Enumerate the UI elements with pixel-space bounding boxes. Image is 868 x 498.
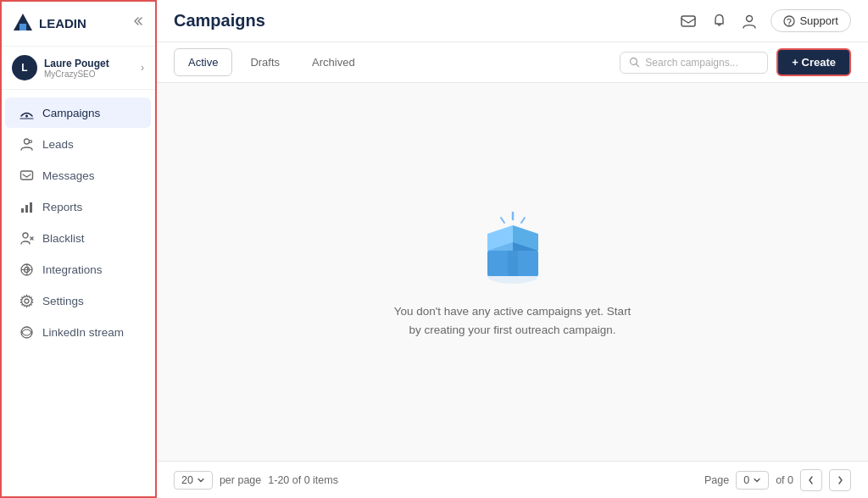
footer: 20 per page 1-20 of 0 items Page 0 of 0	[157, 461, 868, 498]
svg-rect-26	[508, 251, 518, 276]
sidebar: LEADIN L Laure Pouget MyCrazySEO ›	[0, 0, 157, 498]
sidebar-item-label: Messages	[42, 169, 95, 182]
support-button[interactable]: Support	[771, 9, 851, 32]
logo-text: LEADIN	[39, 16, 86, 30]
sidebar-item-integrations[interactable]: Integrations	[5, 254, 151, 285]
per-page-select[interactable]: 20	[174, 471, 213, 490]
svg-rect-8	[30, 202, 32, 213]
svg-point-2	[25, 114, 28, 117]
tabs-actions: Search campaigns... + Create	[620, 48, 851, 76]
blacklist-icon	[19, 230, 34, 246]
sidebar-item-label: Blacklist	[42, 232, 85, 245]
mail-icon[interactable]	[679, 12, 698, 30]
range-text: 1-20 of 0 items	[268, 474, 338, 486]
sidebar-item-reports[interactable]: Reports	[5, 191, 151, 222]
sidebar-item-label: LinkedIn stream	[42, 326, 124, 339]
user-name: Laure Pouget	[44, 58, 134, 69]
user-chevron-icon: ›	[141, 62, 144, 74]
sidebar-header: LEADIN	[0, 0, 156, 47]
tabs-bar: Active Drafts Archived Search campaigns.…	[157, 42, 868, 83]
page-title: Campaigns	[174, 11, 265, 30]
tab-archived[interactable]: Archived	[298, 48, 370, 76]
svg-point-4	[29, 140, 31, 142]
bell-icon[interactable]	[709, 12, 728, 30]
svg-point-15	[21, 327, 32, 338]
leadin-logo-icon	[12, 12, 34, 34]
content-area: You don't have any active campaigns yet.…	[157, 83, 868, 461]
svg-rect-1	[19, 24, 26, 30]
svg-line-29	[521, 218, 525, 223]
page-value: 0	[743, 474, 749, 486]
integrations-icon	[19, 262, 34, 277]
topbar-right: Support	[679, 9, 851, 32]
chevron-down-icon	[753, 476, 761, 484]
user-sub: MyCrazySEO	[44, 69, 134, 79]
footer-right: Page 0 of 0	[704, 469, 851, 491]
support-label: Support	[799, 14, 838, 27]
tab-active[interactable]: Active	[174, 48, 232, 76]
svg-point-3	[24, 139, 29, 144]
svg-rect-5	[20, 171, 32, 180]
sidebar-item-messages[interactable]: Messages	[5, 160, 151, 191]
sidebar-item-linkedin-stream[interactable]: LinkedIn stream	[5, 317, 151, 347]
sidebar-item-label: Reports	[42, 201, 82, 213]
sidebar-item-label: Leads	[42, 138, 74, 151]
campaigns-icon	[19, 105, 34, 120]
topbar: Campaigns	[157, 0, 868, 42]
tabs: Active Drafts Archived	[174, 48, 370, 76]
empty-illustration	[470, 204, 555, 289]
sidebar-item-label: Settings	[42, 295, 84, 307]
search-icon	[629, 57, 640, 68]
per-page-label: per page	[220, 474, 261, 486]
sidebar-item-leads[interactable]: Leads	[5, 129, 151, 159]
leads-icon	[19, 136, 34, 152]
next-page-button[interactable]	[829, 469, 851, 491]
linkedin-stream-icon	[19, 324, 34, 340]
page-label: Page	[704, 474, 729, 486]
settings-icon	[19, 293, 34, 308]
messages-icon	[19, 168, 34, 183]
chevron-down-icon	[197, 476, 205, 484]
page-select[interactable]: 0	[736, 471, 769, 490]
nav-items: Campaigns Leads Messages	[0, 90, 156, 498]
sidebar-item-label: Integrations	[42, 263, 103, 276]
svg-rect-7	[25, 205, 28, 213]
search-box[interactable]: Search campaigns...	[620, 52, 768, 74]
create-button[interactable]: + Create	[776, 48, 851, 76]
tab-drafts[interactable]: Drafts	[236, 48, 294, 76]
svg-point-17	[747, 15, 753, 21]
footer-left: 20 per page 1-20 of 0 items	[174, 471, 338, 490]
reports-icon	[19, 199, 34, 214]
avatar: L	[12, 55, 37, 80]
svg-rect-6	[21, 208, 24, 213]
svg-point-9	[23, 233, 28, 238]
support-icon	[783, 15, 795, 27]
logo-area: LEADIN	[12, 12, 86, 34]
sidebar-item-campaigns[interactable]: Campaigns	[5, 97, 151, 128]
collapse-button[interactable]	[129, 14, 144, 32]
search-placeholder: Search campaigns...	[645, 57, 737, 69]
svg-point-19	[789, 24, 791, 25]
of-label: of 0	[776, 474, 793, 486]
user-icon[interactable]	[740, 12, 759, 30]
svg-line-28	[501, 218, 504, 223]
sidebar-item-settings[interactable]: Settings	[5, 285, 151, 316]
prev-page-button[interactable]	[800, 469, 822, 491]
empty-state: You don't have any active campaigns yet.…	[394, 204, 632, 339]
svg-rect-16	[682, 16, 695, 26]
per-page-value: 20	[181, 474, 193, 486]
main-content: Campaigns	[157, 0, 868, 498]
user-info: Laure Pouget MyCrazySEO	[44, 58, 134, 79]
empty-text: You don't have any active campaigns yet.…	[394, 302, 632, 339]
sidebar-item-label: Campaigns	[42, 107, 100, 119]
user-row[interactable]: L Laure Pouget MyCrazySEO ›	[0, 47, 156, 90]
sidebar-item-blacklist[interactable]: Blacklist	[5, 223, 151, 253]
svg-point-14	[25, 299, 29, 303]
